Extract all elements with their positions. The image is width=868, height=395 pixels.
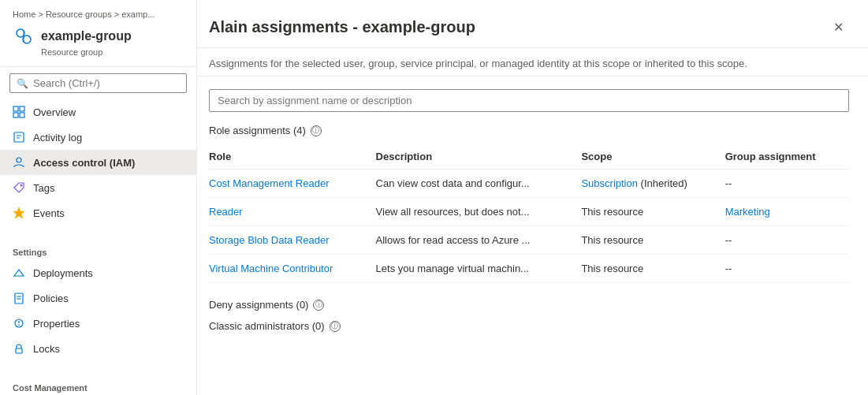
svg-point-18	[18, 325, 20, 326]
group-assignment-cell: --	[725, 226, 849, 255]
role-assignments-label-text: Role assignments (4)	[209, 125, 306, 136]
table-header-row: Role Description Scope Group assignment	[209, 144, 849, 170]
access-control-label: Access control (IAM)	[33, 157, 135, 169]
svg-rect-7	[14, 132, 24, 142]
panel-close-button[interactable]: ✕	[827, 16, 849, 38]
sidebar-title-row: example-group	[13, 25, 184, 47]
role-link[interactable]: Virtual Machine Contributor	[209, 263, 333, 274]
group-assignment-link[interactable]: Marketing	[725, 206, 770, 218]
scope-cell: This resource	[581, 226, 725, 255]
group-assignment-cell: --	[725, 170, 849, 198]
classic-admins-info-icon[interactable]: ⓘ	[330, 321, 341, 332]
svg-rect-5	[13, 113, 18, 117]
overview-icon	[13, 106, 25, 118]
scope-cell: This resource	[581, 198, 725, 226]
events-icon	[13, 207, 25, 219]
overview-label: Overview	[33, 106, 76, 118]
svg-rect-4	[20, 106, 24, 111]
sidebar-item-tags[interactable]: Tags	[0, 175, 196, 200]
sidebar-item-locks[interactable]: Locks	[0, 336, 196, 361]
scope-cell: This resource	[581, 255, 725, 283]
resource-group-title: example-group	[41, 29, 132, 43]
table-row: Cost Management ReaderCan view cost data…	[209, 170, 849, 198]
tags-icon	[13, 181, 25, 194]
deny-assignments-label: Deny assignments (0)	[209, 299, 308, 311]
panel-body: Role assignments (4) ⓘ Role Description …	[197, 76, 868, 395]
table-row: ReaderView all resources, but does not..…	[209, 198, 849, 226]
role-link[interactable]: Cost Management Reader	[209, 177, 329, 189]
svg-marker-12	[13, 207, 24, 218]
breadcrumb-resource-groups[interactable]: Resource groups	[46, 9, 112, 19]
breadcrumb-home[interactable]: Home	[13, 9, 35, 19]
deployments-icon	[13, 266, 25, 279]
settings-section-header: Settings	[0, 238, 196, 260]
scope-link[interactable]: Subscription	[581, 177, 638, 189]
scope-suffix: (Inherited)	[638, 177, 687, 189]
svg-rect-6	[20, 113, 24, 117]
description-cell: Allows for read access to Azure ...	[376, 226, 582, 255]
svg-rect-3	[13, 106, 18, 111]
search-icon: 🔍	[17, 78, 28, 89]
main-content: Alain assignments - example-group ✕ Assi…	[197, 0, 868, 395]
role-assignments-info-icon[interactable]: ⓘ	[311, 125, 322, 136]
role-assignments-table: Role Description Scope Group assignment …	[209, 144, 849, 283]
col-role: Role	[209, 144, 376, 170]
policies-icon	[13, 292, 25, 304]
role-link[interactable]: Storage Blob Data Reader	[209, 234, 329, 246]
events-label: Events	[33, 207, 65, 219]
search-box[interactable]: 🔍	[9, 73, 187, 93]
properties-label: Properties	[33, 318, 80, 330]
breadcrumb-current: examp...	[121, 9, 155, 19]
role-cell: Virtual Machine Contributor	[209, 255, 376, 283]
search-input[interactable]	[33, 77, 180, 89]
table-row: Virtual Machine ContributorLets you mana…	[209, 255, 849, 283]
description-cell: Can view cost data and configur...	[376, 170, 582, 198]
activity-log-icon	[13, 131, 25, 143]
sidebar-item-properties[interactable]: Properties	[0, 311, 196, 336]
tags-label: Tags	[33, 182, 54, 194]
svg-point-10	[17, 158, 21, 162]
sidebar-item-access-control[interactable]: Access control (IAM)	[0, 150, 196, 175]
description-cell: Lets you manage virtual machin...	[376, 255, 582, 283]
deny-assignments-section: Deny assignments (0) ⓘ	[209, 299, 849, 311]
deny-assignments-info-icon[interactable]: ⓘ	[313, 300, 324, 311]
panel-title: Alain assignments - example-group	[209, 18, 475, 36]
policies-label: Policies	[33, 293, 69, 304]
resource-group-subtitle: Resource group	[41, 47, 184, 57]
svg-rect-19	[16, 348, 22, 353]
classic-admins-section: Classic administrators (0) ⓘ	[209, 320, 849, 332]
sidebar-item-activity-log[interactable]: Activity log	[0, 125, 196, 150]
sidebar-header: Home > Resource groups > examp... exampl…	[0, 0, 196, 67]
role-cell: Reader	[209, 198, 376, 226]
cost-section-header: Cost Management	[0, 374, 196, 395]
locks-icon	[13, 342, 25, 355]
table-row: Storage Blob Data ReaderAllows for read …	[209, 226, 849, 255]
sidebar-item-overview[interactable]: Overview	[0, 99, 196, 125]
panel-header: Alain assignments - example-group ✕	[197, 0, 868, 48]
properties-icon	[13, 317, 25, 330]
sidebar-item-deployments[interactable]: Deployments	[0, 260, 196, 285]
description-cell: View all resources, but does not...	[376, 198, 582, 226]
assignments-panel: Alain assignments - example-group ✕ Assi…	[197, 0, 868, 395]
sidebar: Home > Resource groups > examp... exampl…	[0, 0, 197, 395]
assignment-search-input[interactable]	[209, 89, 849, 112]
deployments-label: Deployments	[33, 267, 93, 279]
sidebar-item-events[interactable]: Events	[0, 200, 196, 225]
col-group-assignment: Group assignment	[725, 144, 849, 170]
role-cell: Storage Blob Data Reader	[209, 226, 376, 255]
breadcrumb: Home > Resource groups > examp...	[13, 9, 184, 19]
iam-icon	[13, 156, 25, 169]
group-assignment-cell: --	[725, 255, 849, 283]
classic-admins-label: Classic administrators (0)	[209, 320, 325, 332]
panel-description: Assignments for the selected user, group…	[197, 48, 868, 76]
col-scope: Scope	[581, 144, 725, 170]
resource-group-icon	[13, 25, 35, 47]
scope-cell: Subscription (Inherited)	[581, 170, 725, 198]
activity-log-label: Activity log	[33, 132, 82, 143]
sidebar-item-policies[interactable]: Policies	[0, 285, 196, 311]
group-assignment-cell: Marketing	[725, 198, 849, 226]
role-assignments-section-label: Role assignments (4) ⓘ	[209, 125, 849, 136]
role-link[interactable]: Reader	[209, 206, 243, 218]
locks-label: Locks	[33, 343, 60, 355]
role-cell: Cost Management Reader	[209, 170, 376, 198]
